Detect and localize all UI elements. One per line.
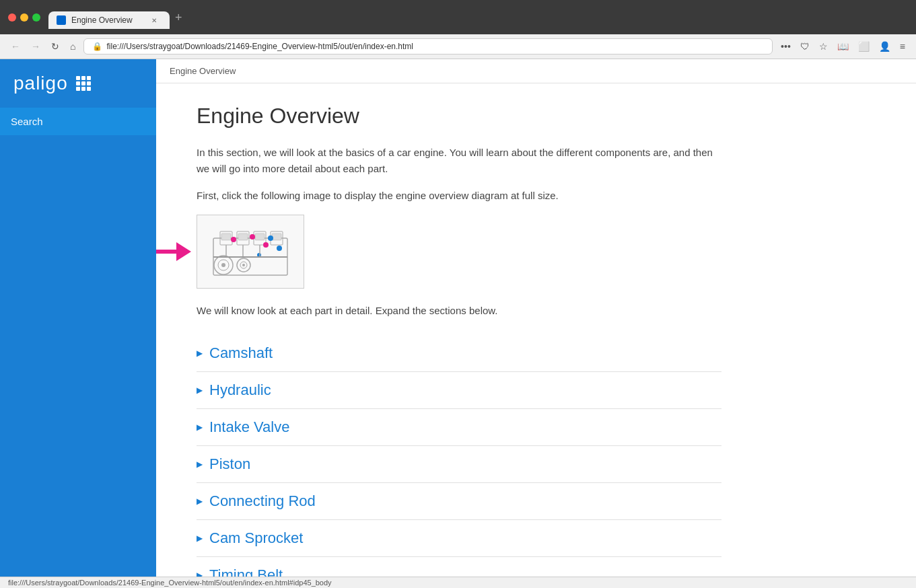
triangle-icon-connecting-rod: ▶: [197, 497, 203, 506]
svg-point-19: [277, 246, 282, 251]
menu-icon[interactable]: ≡: [897, 40, 908, 53]
dot-1: [76, 76, 80, 80]
browser-toolbar: ← → ↻ ⌂ 🔒 file:///Users/straygoat/Downlo…: [0, 34, 916, 59]
triangle-icon-camshaft: ▶: [197, 348, 203, 358]
sections-list: ▶ Camshaft ▶ Hydraulic ▶ Intake Valve: [197, 335, 721, 577]
dot-9: [87, 87, 91, 91]
section-connecting-rod: ▶ Connecting Rod: [197, 483, 721, 520]
dot-3: [87, 76, 91, 80]
section-header-cam-sprocket[interactable]: ▶ Cam Sprocket: [197, 529, 721, 547]
section-header-connecting-rod[interactable]: ▶ Connecting Rod: [197, 492, 721, 510]
triangle-icon-cam-sprocket: ▶: [197, 534, 203, 543]
svg-rect-7: [255, 233, 265, 240]
section-hydraulic: ▶ Hydraulic: [197, 372, 721, 409]
forward-button[interactable]: →: [28, 40, 43, 53]
search-item[interactable]: Search: [0, 108, 156, 135]
browser-controls: Engine Overview ✕ +: [8, 5, 908, 29]
section-header-camshaft[interactable]: ▶ Camshaft: [197, 344, 721, 362]
sidebar: paligo Search: [0, 59, 156, 577]
shield-icon[interactable]: 🛡: [798, 40, 812, 53]
minimize-button[interactable]: [20, 13, 28, 22]
section-header-hydraulic[interactable]: ▶ Hydraulic: [197, 381, 721, 399]
triangle-icon-piston: ▶: [197, 460, 203, 469]
detail-text: We will know look at each part in detail…: [197, 305, 721, 316]
section-cam-sprocket: ▶ Cam Sprocket: [197, 520, 721, 557]
tab-title: Engine Overview: [71, 15, 133, 25]
section-timing-belt: ▶ Timing Belt: [197, 557, 721, 577]
dot-5: [81, 81, 85, 85]
svg-point-15: [231, 237, 236, 242]
triangle-icon-timing-belt: ▶: [197, 571, 203, 577]
dot-6: [87, 81, 91, 85]
page-title: Engine Overview: [197, 104, 721, 128]
section-header-timing-belt[interactable]: ▶ Timing Belt: [197, 566, 721, 577]
traffic-lights: [8, 13, 40, 22]
engine-thumbnail[interactable]: [197, 215, 304, 289]
section-label-cam-sprocket: Cam Sprocket: [209, 529, 303, 547]
section-header-piston[interactable]: ▶ Piston: [197, 455, 721, 473]
sidebar-logo: paligo: [0, 59, 156, 108]
section-label-hydraulic: Hydraulic: [209, 381, 271, 399]
toolbar-right: ••• 🛡 ☆ 📖 ⬜ 👤 ≡: [778, 40, 908, 53]
close-button[interactable]: [8, 13, 16, 22]
new-tab-button[interactable]: +: [170, 8, 188, 28]
tab-bar: Engine Overview ✕ +: [48, 8, 188, 29]
svg-point-16: [250, 234, 255, 240]
svg-point-18: [268, 235, 273, 241]
browser-chrome: Engine Overview ✕ +: [0, 0, 916, 34]
home-button[interactable]: ⌂: [67, 40, 78, 53]
user-icon[interactable]: 👤: [876, 40, 893, 53]
paligo-text: paligo: [13, 73, 68, 94]
arrow-pointer: [156, 242, 191, 261]
image-instruction: First, click the following image to disp…: [197, 188, 721, 204]
svg-rect-6: [238, 233, 248, 240]
star-icon[interactable]: ☆: [816, 40, 831, 53]
library-icon[interactable]: 📖: [835, 40, 851, 53]
section-intake-valve: ▶ Intake Valve: [197, 409, 721, 446]
maximize-button[interactable]: [32, 13, 40, 22]
section-label-camshaft: Camshaft: [209, 344, 273, 362]
search-label: Search: [11, 116, 43, 127]
triangle-icon-hydraulic: ▶: [197, 385, 203, 395]
paligo-logo: paligo: [13, 73, 91, 94]
breadcrumb-text: Engine Overview: [170, 66, 236, 76]
engine-diagram-svg: [200, 218, 301, 285]
address-bar[interactable]: 🔒 file:///Users/straygoat/Downloads/2146…: [83, 38, 773, 54]
engine-image-container: [197, 215, 721, 289]
section-label-intake-valve: Intake Valve: [209, 418, 289, 436]
dot-8: [81, 87, 85, 91]
section-label-piston: Piston: [209, 455, 250, 473]
svg-point-11: [221, 263, 225, 267]
status-bar: file:///Users/straygoat/Downloads/21469-…: [0, 577, 916, 588]
section-label-timing-belt: Timing Belt: [209, 566, 283, 577]
section-piston: ▶ Piston: [197, 446, 721, 483]
back-button[interactable]: ←: [8, 40, 23, 53]
arrow-shaft: [156, 250, 176, 254]
breadcrumb: Engine Overview: [156, 59, 916, 83]
svg-point-14: [242, 264, 245, 266]
tab-favicon: [57, 15, 66, 25]
active-tab[interactable]: Engine Overview ✕: [48, 11, 170, 29]
tab-close-button[interactable]: ✕: [149, 15, 159, 25]
status-text: file:///Users/straygoat/Downloads/21469-…: [8, 579, 332, 587]
intro-paragraph-1: In this section, we will look at the bas…: [197, 145, 721, 177]
page-content: Engine Overview In this section, we will…: [156, 83, 762, 577]
section-header-intake-valve[interactable]: ▶ Intake Valve: [197, 418, 721, 436]
section-camshaft: ▶ Camshaft: [197, 335, 721, 372]
paligo-dots-icon: [76, 76, 91, 91]
screenshot-icon[interactable]: ⬜: [855, 40, 872, 53]
dot-7: [76, 87, 80, 91]
section-label-connecting-rod: Connecting Rod: [209, 492, 316, 510]
triangle-icon-intake-valve: ▶: [197, 422, 203, 432]
dot-2: [81, 76, 85, 80]
more-button[interactable]: •••: [778, 40, 794, 53]
svg-rect-8: [272, 233, 281, 240]
main-layout: paligo Search Engine Overvie: [0, 59, 916, 577]
arrow-head: [176, 242, 191, 261]
address-text: file:///Users/straygoat/Downloads/21469-…: [106, 42, 413, 51]
svg-point-17: [263, 242, 269, 248]
reload-button[interactable]: ↻: [48, 40, 62, 53]
content-area: Engine Overview Engine Overview In this …: [156, 59, 916, 577]
svg-rect-5: [221, 233, 231, 240]
dot-4: [76, 81, 80, 85]
